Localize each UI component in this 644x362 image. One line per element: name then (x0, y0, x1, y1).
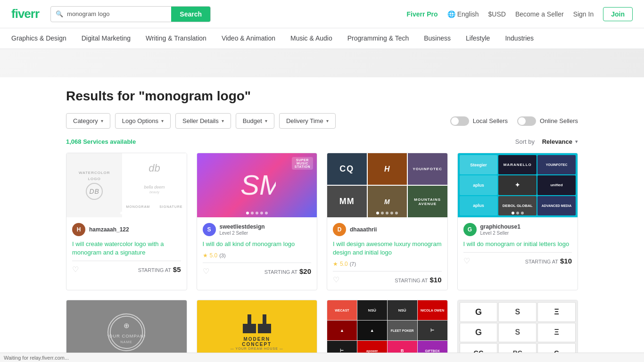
nav-item-lifestyle[interactable]: Lifestyle (466, 29, 490, 49)
nav-item-digital-marketing[interactable]: Digital Marketing (82, 29, 131, 49)
avatar-4: G (463, 223, 477, 236)
music-logo-image: SM SUPERMUSICSTATION (197, 153, 317, 217)
online-sellers-toggle[interactable] (517, 116, 536, 126)
seller-info-4: G graphichouse1 Level 2 Seller (463, 223, 572, 236)
card-title-1[interactable]: I will create watercolor logo with a mon… (72, 240, 181, 257)
results-info-row: 1,068 Services available Sort by Relevan… (66, 138, 578, 145)
chevron-down-icon: ▾ (575, 139, 578, 145)
local-sellers-label: Local Sellers (473, 117, 508, 124)
favorite-icon-3[interactable]: ♡ (333, 275, 339, 284)
svg-rect-5 (243, 324, 256, 333)
header-right: Fiverr Pro 🌐 English $USD Become a Selle… (406, 7, 633, 21)
favorite-icon-1[interactable]: ♡ (72, 265, 79, 274)
image-dots-4 (458, 212, 578, 214)
chevron-down-icon: ▾ (161, 118, 164, 123)
nav-item-video-animation[interactable]: Video & Animation (222, 29, 275, 49)
seller-name-4: graphichouse1 (480, 223, 520, 230)
avatar-3: D (333, 223, 346, 236)
filters-row: Category ▾ Logo Options ▾ Seller Details… (66, 113, 578, 129)
category-filter[interactable]: Category ▾ (66, 113, 110, 129)
results-title: Results for "monogram logo" (66, 89, 578, 104)
card-footer-4: ♡ STARTING AT $10 (463, 252, 572, 265)
image-dots-3 (327, 212, 447, 214)
search-input[interactable] (63, 7, 171, 22)
services-count: 1,068 Services available (66, 138, 136, 145)
sm-logo-svg: SM (238, 169, 276, 202)
seller-level-2: Level 2 Seller (220, 230, 265, 236)
nav-item-industries[interactable]: Industries (505, 29, 534, 49)
online-sellers-label: Online Sellers (540, 117, 578, 124)
super-music-badge: SUPERMUSICSTATION (292, 157, 313, 170)
avatar-1: H (72, 223, 85, 236)
favorite-icon-2[interactable]: ♡ (203, 267, 209, 276)
price-1: $5 (173, 265, 181, 273)
service-card-4[interactable]: Steegier MARANELLO YOUINFOTEC aplus ✦ un… (457, 153, 578, 290)
main-content: Results for "monogram logo" Category ▾ L… (0, 77, 644, 362)
nav-item-programming-tech[interactable]: Programming & Tech (347, 29, 409, 49)
seller-name-2: sweetliestdesign (220, 223, 265, 230)
card-footer-2: ♡ STARTING AT $20 (203, 263, 312, 276)
currency-selector[interactable]: $USD (488, 10, 506, 18)
service-card-3[interactable]: CQ H YOUINFOTEC MM M MOUNTAINS AVENUE (327, 153, 448, 290)
main-nav: Graphics & Design Digital Marketing Writ… (0, 28, 644, 49)
nav-item-graphics-design[interactable]: Graphics & Design (11, 29, 66, 49)
become-seller-link[interactable]: Become a Seller (515, 10, 564, 18)
seller-info-1: H hamzaaah_122 (72, 223, 181, 236)
card-title-2[interactable]: I will do all kind of monogram logo (203, 240, 312, 248)
logo-options-filter[interactable]: Logo Options ▾ (115, 113, 171, 129)
cards-grid: WATERCOLOR LOGO db db bella deembeauty M… (66, 153, 578, 290)
search-bar: 🔍 Search (50, 6, 211, 22)
hero-banner (0, 49, 644, 77)
chevron-down-icon: ▾ (101, 118, 103, 123)
svg-text:⊕: ⊕ (124, 321, 130, 329)
watercolor-logo-image: WATERCOLOR LOGO db db bella deembeauty M… (66, 153, 187, 217)
seller-name-1: hamzaaah_122 (89, 226, 129, 233)
seller-info-2: S sweetliestdesign Level 2 Seller (203, 223, 312, 236)
nav-item-music-audio[interactable]: Music & Audio (290, 29, 332, 49)
chevron-down-icon: ▾ (265, 118, 267, 123)
logos-grid-image: Steegier MARANELLO YOUINFOTEC aplus ✦ un… (458, 153, 578, 217)
budget-filter[interactable]: Budget ▾ (236, 113, 274, 129)
card-title-3[interactable]: I will design awesome luxury monogram de… (333, 240, 442, 257)
nav-item-business[interactable]: Business (424, 29, 451, 49)
circular-logo-svg: ⊕ YOUR COMPANY NAME (107, 314, 145, 350)
card-image-4: Steegier MARANELLO YOUINFOTEC aplus ✦ un… (458, 153, 578, 217)
join-button[interactable]: Join (603, 7, 633, 21)
language-selector[interactable]: 🌐 English (447, 10, 479, 18)
service-card-1[interactable]: WATERCOLOR LOGO db db bella deembeauty M… (66, 153, 187, 290)
modern-concept-svg (243, 314, 271, 333)
search-button[interactable]: Search (171, 7, 210, 22)
card-title-4[interactable]: I will do monogram or initial letters lo… (463, 240, 572, 248)
svg-rect-6 (258, 324, 271, 333)
favorite-icon-4[interactable]: ♡ (463, 256, 470, 265)
sign-in-button[interactable]: Sign In (573, 10, 594, 18)
avatar-2: S (203, 223, 216, 236)
star-icon: ★ (333, 261, 338, 267)
card-body-3: D dhaaathrii I will design awesome luxur… (327, 217, 447, 290)
local-sellers-toggle[interactable] (450, 116, 469, 126)
seller-info-3: D dhaaathrii (333, 223, 442, 236)
status-bar: Waiting for relay.fiverr.com... (0, 353, 644, 362)
delivery-time-filter[interactable]: Delivery Time ▾ (279, 113, 336, 129)
svg-text:YOUR COMPANY: YOUR COMPANY (107, 334, 145, 339)
logo[interactable]: fiverr (11, 7, 39, 21)
status-text: Waiting for relay.fiverr.com... (4, 355, 69, 361)
fiverr-pro-link[interactable]: Fiverr Pro (406, 10, 438, 18)
card-body-1: H hamzaaah_122 I will create watercolor … (66, 217, 187, 280)
nav-item-writing-translation[interactable]: Writing & Translation (146, 29, 206, 49)
card-footer-1: ♡ STARTING AT $5 (72, 261, 181, 274)
seller-details-filter[interactable]: Seller Details ▾ (175, 113, 231, 129)
service-card-2[interactable]: SM SUPERMUSICSTATION S (197, 153, 318, 290)
card-rating-3: ★ 5.0 (7) (333, 261, 442, 267)
sellers-toggles: Local Sellers Online Sellers (450, 116, 578, 126)
sort-by-dropdown[interactable]: Sort by Relevance ▾ (515, 138, 578, 145)
card-body-4: G graphichouse1 Level 2 Seller I will do… (458, 217, 578, 271)
card-body-2: S sweetliestdesign Level 2 Seller I will… (197, 217, 317, 281)
seller-name-3: dhaaathrii (350, 226, 377, 233)
price-3: $10 (429, 276, 441, 284)
seller-level-4: Level 2 Seller (480, 230, 520, 236)
globe-icon: 🌐 (447, 10, 455, 18)
svg-text:NAME: NAME (120, 340, 132, 344)
chevron-down-icon: ▾ (222, 118, 224, 123)
online-sellers-toggle-group: Online Sellers (517, 116, 578, 126)
